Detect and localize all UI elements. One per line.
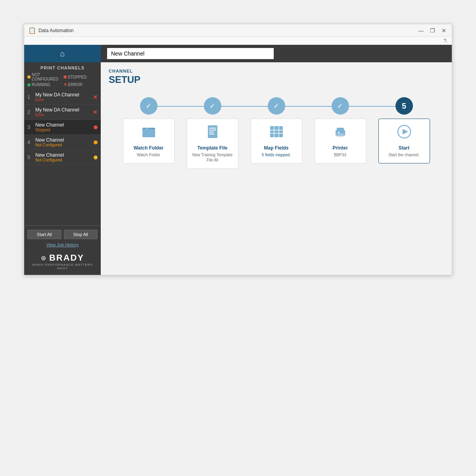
channel-info-2: My New DA Channel Error [35, 107, 93, 117]
control-buttons: Start All Stop All [27, 230, 98, 239]
app-layout: ⌂ PRINT CHANNELS NOT CONFIGURED STOPPED … [24, 45, 452, 275]
start-all-button[interactable]: Start All [27, 230, 61, 239]
step-2-wrapper: ✓ [180, 97, 244, 169]
step-2-desc: New Training Template File.l6t [192, 152, 233, 163]
svg-rect-7 [270, 126, 283, 137]
channel-name-5: New Channel [35, 152, 94, 158]
step-4-card[interactable]: Printer BBP33 [315, 119, 366, 163]
not-configured-dot [27, 75, 31, 79]
stop-all-button[interactable]: Stop All [64, 230, 98, 239]
legend-running: RUNNING [27, 82, 62, 87]
channel-badge-1: ✕ [93, 94, 98, 100]
channel-item-2[interactable]: 2 My New DA Channel Error ✕ [24, 105, 101, 120]
step-5-circle: 5 [395, 97, 413, 115]
channel-info-4: New Channel Not Configured [35, 137, 94, 147]
step-1-wrapper: ✓ Watch Folder Watch Fold [117, 97, 180, 163]
channel-item-5[interactable]: 5 New Channel Not Configured [24, 150, 101, 165]
brady-logo-text: BRADY [49, 253, 84, 263]
svg-rect-13 [337, 128, 344, 131]
content-area: CHANNEL SETUP ✓ [101, 62, 452, 275]
step-2-card[interactable]: Template File New Training Template File… [187, 119, 238, 169]
svg-rect-3 [209, 128, 216, 129]
start-icon [397, 125, 411, 142]
step-1-card[interactable]: Watch Folder Watch Folder [123, 119, 175, 163]
channel-name-4: New Channel [35, 137, 94, 143]
error-x-icon: ✕ [63, 82, 67, 87]
restore-button[interactable]: ❐ [428, 27, 437, 34]
channel-item-4[interactable]: 4 New Channel Not Configured [24, 135, 101, 150]
channel-badge-2: ✕ [93, 109, 98, 115]
main-content: CHANNEL SETUP ✓ [101, 45, 452, 275]
view-job-history-link[interactable]: View Job History [27, 242, 98, 247]
channel-info-5: New Channel Not Configured [35, 152, 94, 162]
channel-status-1: Error [35, 98, 93, 102]
title-bar-left: 📋 Data Automation [28, 27, 74, 34]
minimize-button[interactable]: — [416, 27, 425, 34]
step-5-desc: Start the channel. [388, 152, 419, 157]
legend: NOT CONFIGURED STOPPED RUNNING ✕ ERROR [24, 72, 101, 90]
error-label: ERROR [68, 83, 83, 87]
channel-num-4: 4 [27, 139, 32, 145]
channel-item-3[interactable]: 3 New Channel Stopped [24, 120, 101, 135]
application-window: 📋 Data Automation — ❐ ✕ ?. ⌂ PRINT CHANN… [24, 24, 452, 275]
home-icon: ⌂ [60, 49, 65, 58]
step-4-desc: BBP33 [334, 152, 346, 157]
section-label: CHANNEL [109, 69, 444, 73]
error-badge-2: ✕ [93, 109, 98, 115]
window-controls: — ❐ ✕ [416, 27, 448, 34]
error-badge-1: ✕ [93, 94, 98, 100]
not-configured-badge-4 [94, 140, 98, 144]
channel-name-1: My New DA Channel [35, 92, 93, 98]
legend-stopped: STOPPED [63, 73, 98, 81]
svg-rect-6 [209, 134, 215, 134]
brady-tagline: WHEN PERFORMANCE MATTERS MOST [27, 263, 98, 270]
channel-num-1: 1 [27, 94, 32, 100]
close-button[interactable]: ✕ [440, 27, 448, 34]
brady-logo-icon: ⊛ [41, 254, 46, 262]
not-configured-badge-5 [94, 155, 98, 159]
template-file-icon [205, 125, 220, 142]
channel-header-bar [101, 45, 452, 62]
step-1-desc: Watch Folder [137, 152, 160, 157]
channel-num-5: 5 [27, 154, 32, 160]
channel-badge-5 [94, 155, 98, 159]
help-button[interactable]: ?. [443, 38, 448, 44]
svg-rect-4 [209, 130, 216, 131]
stopped-dot [63, 75, 67, 79]
app-title: Data Automation [38, 28, 74, 33]
wizard-steps: ✓ Watch Folder Watch Fold [109, 93, 444, 173]
printer-icon [333, 125, 347, 142]
channel-item-1[interactable]: 1 My New DA Channel Error ✕ [24, 90, 101, 105]
running-label: RUNNING [32, 83, 50, 87]
step-4-circle: ✓ [332, 97, 349, 115]
svg-rect-1 [142, 129, 155, 137]
step-5-title: Start [399, 145, 409, 151]
legend-error: ✕ ERROR [63, 82, 98, 87]
map-fields-icon [269, 125, 284, 142]
step-2-circle: ✓ [204, 97, 221, 115]
brady-logo: ⊛ BRADY WHEN PERFORMANCE MATTERS MOST [27, 250, 98, 271]
step-3-desc: 5 fields mapped. [262, 152, 291, 157]
section-title: SETUP [109, 74, 444, 85]
channel-status-3: Stopped [35, 128, 94, 132]
step-3-title: Map Fields [264, 145, 288, 151]
channel-info-1: My New DA Channel Error [35, 92, 93, 102]
channel-info-3: New Channel Stopped [35, 122, 94, 132]
stopped-badge-3 [94, 125, 98, 129]
channel-badge-3 [94, 125, 98, 129]
step-1-title: Watch Folder [134, 145, 164, 151]
channel-name-3: New Channel [35, 122, 94, 128]
channel-name-input[interactable] [107, 48, 274, 59]
step-3-card[interactable]: Map Fields 5 fields mapped. [251, 119, 302, 163]
legend-not-configured: NOT CONFIGURED [27, 73, 62, 81]
home-button[interactable]: ⌂ [24, 45, 101, 62]
step-1-circle: ✓ [140, 97, 157, 115]
svg-rect-5 [209, 132, 214, 132]
channel-num-2: 2 [27, 109, 32, 115]
svg-marker-17 [403, 129, 408, 134]
step-4-wrapper: ✓ Printer [308, 97, 372, 163]
step-5-card[interactable]: Start Start the channel. [378, 119, 430, 163]
sidebar: ⌂ PRINT CHANNELS NOT CONFIGURED STOPPED … [24, 45, 101, 275]
channel-list: 1 My New DA Channel Error ✕ 2 My New DA … [24, 90, 101, 225]
channel-status-2: Error [35, 113, 93, 117]
